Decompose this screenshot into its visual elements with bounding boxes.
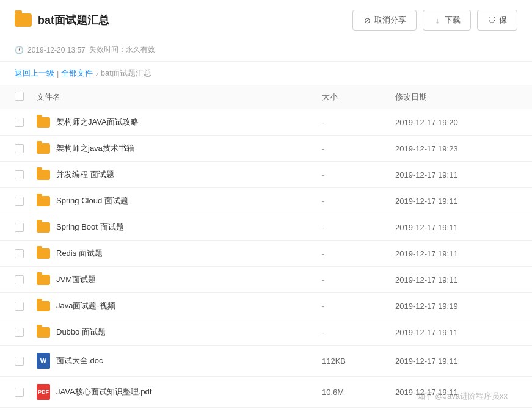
breadcrumb: 返回上一级 | 全部文件 › bat面试题汇总 (0, 62, 532, 85)
folder-icon (37, 196, 50, 206)
size-cell: - (322, 118, 395, 127)
clock-icon: 🕐 (15, 46, 24, 54)
header-actions: ⊘ 取消分享 ↓ 下载 🛡 保 (352, 10, 517, 31)
row-checkbox[interactable] (15, 118, 24, 127)
pdf-icon: PDF (37, 384, 50, 400)
col-size-header: 大小 (322, 92, 395, 103)
select-all-checkbox[interactable] (15, 92, 24, 101)
row-checkbox[interactable] (15, 144, 24, 153)
size-cell: - (322, 275, 395, 284)
file-name[interactable]: Redis 面试题 (56, 248, 103, 259)
breadcrumb-sep1: | (57, 69, 59, 78)
folder-icon-large (15, 13, 32, 27)
file-cell[interactable]: W面试大全.doc (37, 353, 322, 369)
breadcrumb-sep2: › (95, 69, 98, 78)
file-cell[interactable]: 架构师之java技术书籍 (37, 143, 322, 154)
size-cell: 10.6M (322, 388, 395, 397)
row-checkbox[interactable] (15, 223, 24, 232)
download-label: 下载 (445, 15, 461, 26)
row-checkbox-cell (15, 170, 37, 179)
file-name[interactable]: 面试大全.doc (56, 355, 103, 366)
row-checkbox-cell (15, 302, 37, 311)
folder-icon (37, 248, 50, 259)
date-cell: 2019-12-17 19:11 (395, 249, 517, 258)
table-row: 架构师之JAVA面试攻略-2019-12-17 19:20 (0, 109, 532, 136)
file-name[interactable]: 并发编程 面试题 (56, 169, 114, 180)
row-checkbox[interactable] (15, 388, 24, 397)
table-row: 并发编程 面试题-2019-12-17 19:11 (0, 162, 532, 188)
table-row: Redis 面试题-2019-12-17 19:11 (0, 241, 532, 267)
date-cell: 2019-12-17 19:11 (395, 357, 517, 366)
row-checkbox-cell (15, 223, 37, 232)
save-icon: 🛡 (487, 16, 496, 24)
date-cell: 2019-12-17 19:20 (395, 118, 517, 127)
download-icon: ↓ (433, 16, 442, 24)
row-checkbox-cell (15, 357, 37, 366)
file-name[interactable]: Java面试题-视频 (56, 300, 115, 311)
file-cell[interactable]: Spring Cloud 面试题 (37, 195, 322, 206)
file-cell[interactable]: Java面试题-视频 (37, 300, 322, 311)
header-left: bat面试题汇总 (15, 13, 109, 27)
word-icon: W (37, 353, 50, 369)
row-checkbox-cell (15, 275, 37, 284)
save-label: 保 (499, 15, 507, 26)
meta-bar: 🕐 2019-12-20 13:57 失效时间：永久有效 (0, 38, 532, 62)
date-cell: 2019-12-17 19:11 (395, 223, 517, 232)
cancel-share-button[interactable]: ⊘ 取消分享 (352, 10, 417, 31)
folder-icon (37, 117, 50, 128)
file-name[interactable]: Spring Boot 面试题 (56, 222, 124, 233)
row-checkbox-cell (15, 388, 37, 397)
row-checkbox[interactable] (15, 328, 24, 337)
file-cell[interactable]: 并发编程 面试题 (37, 169, 322, 180)
file-cell[interactable]: PDFJAVA核心面试知识整理.pdf (37, 384, 322, 400)
page-header: bat面试题汇总 ⊘ 取消分享 ↓ 下载 🛡 保 (0, 0, 532, 38)
meta-datetime: 2019-12-20 13:57 (27, 46, 86, 54)
file-cell[interactable]: Redis 面试题 (37, 248, 322, 259)
date-cell: 2019-12-17 19:11 (395, 275, 517, 284)
table-header: 文件名 大小 修改日期 (0, 85, 532, 109)
breadcrumb-back[interactable]: 返回上一级 (15, 68, 54, 79)
row-checkbox[interactable] (15, 249, 24, 258)
file-cell[interactable]: 架构师之JAVA面试攻略 (37, 117, 322, 128)
date-cell: 2019-12-17 19:11 (395, 197, 517, 206)
row-checkbox[interactable] (15, 170, 24, 179)
table-row: Java面试题-视频-2019-12-17 19:19 (0, 293, 532, 319)
file-cell[interactable]: Dubbo 面试题 (37, 327, 322, 338)
file-cell[interactable]: JVM面试题 (37, 274, 322, 285)
col-name-header: 文件名 (37, 92, 322, 103)
size-cell: - (322, 144, 395, 153)
folder-icon (37, 222, 50, 233)
file-name[interactable]: Spring Cloud 面试题 (56, 195, 128, 206)
file-name[interactable]: Dubbo 面试题 (56, 327, 106, 338)
meta-expire: 失效时间：永久有效 (89, 45, 155, 55)
download-button[interactable]: ↓ 下载 (423, 10, 471, 31)
size-cell: - (322, 302, 395, 311)
header-checkbox-cell (15, 92, 37, 103)
date-cell: 2019-12-17 19:19 (395, 302, 517, 311)
table-row: JVM面试题-2019-12-17 19:11 (0, 267, 532, 293)
row-checkbox[interactable] (15, 197, 24, 206)
table-row: Dubbo 面试题-2019-12-17 19:11 (0, 319, 532, 346)
table-body: 架构师之JAVA面试攻略-2019-12-17 19:20架构师之java技术书… (0, 109, 532, 408)
file-name[interactable]: JAVA核心面试知识整理.pdf (56, 386, 151, 397)
file-name[interactable]: 架构师之JAVA面试攻略 (56, 117, 139, 128)
file-name[interactable]: JVM面试题 (56, 274, 96, 285)
table-row: Spring Boot 面试题-2019-12-17 19:11 (0, 214, 532, 241)
date-cell: 2019-12-17 19:23 (395, 144, 517, 153)
save-button[interactable]: 🛡 保 (477, 10, 517, 31)
row-checkbox[interactable] (15, 357, 24, 366)
breadcrumb-current: bat面试题汇总 (101, 68, 151, 79)
folder-icon (37, 170, 50, 180)
size-cell: 112KB (322, 357, 395, 366)
file-cell[interactable]: Spring Boot 面试题 (37, 222, 322, 233)
date-cell: 2019-12-17 19:11 (395, 170, 517, 179)
breadcrumb-all-files[interactable]: 全部文件 (61, 68, 93, 79)
row-checkbox[interactable] (15, 275, 24, 284)
watermark: 知乎 @Java进阶程序员xx (417, 391, 508, 402)
row-checkbox-cell (15, 118, 37, 127)
col-date-header: 修改日期 (395, 92, 517, 103)
date-cell: 2019-12-17 19:11 (395, 328, 517, 337)
table-row: Spring Cloud 面试题-2019-12-17 19:11 (0, 188, 532, 214)
file-name[interactable]: 架构师之java技术书籍 (56, 143, 134, 154)
row-checkbox[interactable] (15, 302, 24, 311)
